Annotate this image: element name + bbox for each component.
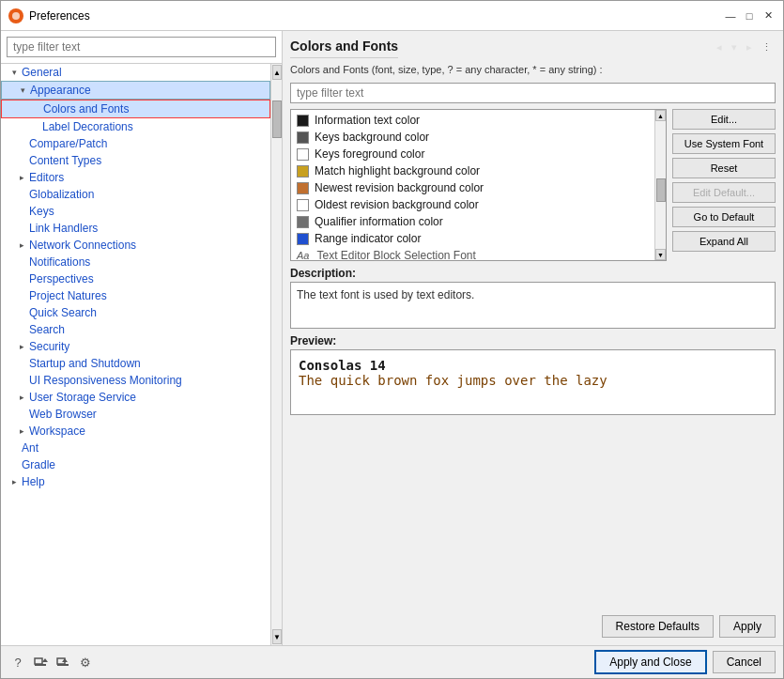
label-range-indicator: Range indicator color	[315, 232, 421, 245]
list-scroll-area: Information text color Keys background c…	[290, 109, 667, 261]
sidebar-item-general[interactable]: ▾ General	[1, 64, 270, 81]
color-item-keys-fg[interactable]: Keys foreground color	[293, 146, 653, 162]
sidebar-item-web-browser[interactable]: ▸ Web Browser	[1, 406, 270, 423]
preview-box: Consolas 14 The quick brown fox jumps ov…	[290, 349, 776, 415]
sidebar-label-ant: Ant	[22, 441, 38, 455]
sidebar-scrollbar[interactable]: ▲ ▼	[270, 64, 282, 645]
list-scrollbar[interactable]: ▲ ▼	[654, 110, 666, 260]
sidebar-item-notifications[interactable]: ▸ Notifications	[1, 254, 270, 270]
title-bar: Preferences — □ ✕	[1, 1, 783, 31]
description-text: The text font is used by text editors.	[297, 288, 474, 301]
swatch-keys-bg	[297, 131, 309, 144]
sidebar-item-perspectives[interactable]: ▸ Perspectives	[1, 270, 270, 287]
panel-title: Colors and Fonts	[290, 39, 398, 58]
cancel-button[interactable]: Cancel	[713, 651, 776, 673]
list-thumb[interactable]	[656, 178, 666, 202]
close-button[interactable]: ✕	[761, 8, 776, 23]
edit-button[interactable]: Edit...	[672, 109, 776, 130]
sidebar-item-gradle[interactable]: ▸ Gradle	[1, 456, 270, 473]
sidebar-label-link-handlers: Link Handlers	[29, 222, 98, 235]
sidebar-item-help[interactable]: ▸ Help	[1, 473, 270, 490]
preview-section: Preview: Consolas 14 The quick brown fox…	[290, 334, 776, 608]
apply-button[interactable]: Apply	[719, 615, 776, 638]
import-icon[interactable]	[31, 653, 50, 671]
scroll-up-arrow[interactable]: ▲	[272, 65, 282, 80]
right-panel: Colors and Fonts ◂ ▾ ▸ ⋮ Colors and Font…	[283, 31, 783, 645]
help-icon[interactable]: ?	[8, 653, 27, 671]
sidebar-item-ui-responsiveness[interactable]: ▸ UI Responsiveness Monitoring	[1, 372, 270, 389]
color-item-oldest-revision[interactable]: Oldest revision background color	[293, 196, 653, 213]
color-item-range-indicator[interactable]: Range indicator color	[293, 230, 653, 247]
sidebar-label-security: Security	[29, 340, 69, 353]
sidebar-item-editors[interactable]: ▸ Editors	[1, 169, 270, 186]
preview-label: Preview:	[290, 334, 776, 347]
swatch-keys-fg	[297, 148, 309, 161]
sidebar-item-network-connections[interactable]: ▸ Network Connections	[1, 237, 270, 254]
sidebar-item-quick-search[interactable]: ▸ Quick Search	[1, 304, 270, 321]
list-scroll-up[interactable]: ▲	[655, 110, 666, 121]
back-button[interactable]: ◂	[713, 39, 726, 55]
sidebar-item-label-decorations[interactable]: ▸ Label Decorations	[1, 118, 270, 135]
panel-filter-input[interactable]	[290, 83, 776, 103]
sidebar-item-user-storage[interactable]: ▸ User Storage Service	[1, 389, 270, 406]
use-system-font-button[interactable]: Use System Font	[672, 133, 776, 154]
sidebar-item-security[interactable]: ▸ Security	[1, 338, 270, 355]
reset-button[interactable]: Reset	[672, 158, 776, 178]
sidebar-label-workspace: Workspace	[29, 424, 85, 438]
preview-line2: The quick brown fox jumps over the lazy	[299, 373, 767, 388]
colors-list: Information text color Keys background c…	[291, 110, 654, 260]
sidebar-item-appearance[interactable]: ▾ Appearance	[1, 81, 270, 100]
maximize-button[interactable]: □	[742, 8, 757, 23]
swatch-range-indicator	[297, 233, 309, 245]
settings-icon[interactable]: ⚙	[76, 653, 95, 671]
bottom-buttons: Apply and Close Cancel	[594, 650, 776, 674]
sidebar-item-workspace[interactable]: ▸ Workspace	[1, 423, 270, 440]
sidebar-item-startup[interactable]: ▸ Startup and Shutdown	[1, 355, 270, 372]
sidebar-label-startup: Startup and Shutdown	[29, 357, 141, 370]
expand-all-button[interactable]: Expand All	[672, 231, 776, 252]
sidebar-item-content-types[interactable]: ▸ Content Types	[1, 152, 270, 169]
sidebar-label-gradle: Gradle	[22, 458, 55, 471]
go-to-default-button[interactable]: Go to Default	[672, 207, 776, 227]
main-content: ▾ General ▾ Appearance ▸ Colors and Font…	[1, 31, 783, 645]
apply-and-close-button[interactable]: Apply and Close	[594, 650, 706, 674]
restore-defaults-button[interactable]: Restore Defaults	[602, 615, 714, 638]
color-item-newest-revision[interactable]: Newest revision background color	[293, 179, 653, 196]
color-item-keys-bg[interactable]: Keys background color	[293, 129, 653, 146]
edit-default-button[interactable]: Edit Default...	[672, 182, 776, 203]
swatch-newest-revision	[297, 182, 309, 194]
scroll-down-arrow[interactable]: ▼	[272, 629, 282, 644]
forward-button[interactable]: ▸	[743, 39, 756, 55]
window-controls: — □ ✕	[723, 8, 776, 23]
restore-apply-row: Restore Defaults Apply	[290, 615, 776, 638]
sidebar-item-ant[interactable]: ▸ Ant	[1, 440, 270, 456]
scroll-thumb[interactable]	[272, 100, 282, 138]
sidebar-label-search: Search	[29, 323, 65, 336]
sidebar-item-globalization[interactable]: ▸ Globalization	[1, 186, 270, 203]
sidebar-label-help: Help	[22, 475, 45, 488]
expand-icon-appearance: ▾	[17, 85, 28, 96]
swatch-qualifier-info	[297, 216, 309, 228]
expand-icon-help: ▸	[8, 476, 20, 487]
sidebar-item-compare-patch[interactable]: ▸ Compare/Patch	[1, 135, 270, 152]
minimize-button[interactable]: —	[723, 8, 738, 23]
down-button[interactable]: ▾	[728, 39, 741, 55]
color-item-text-editor-block[interactable]: Aa Text Editor Block Selection Font	[293, 247, 653, 260]
tree: ▾ General ▾ Appearance ▸ Colors and Font…	[1, 64, 270, 645]
label-oldest-revision: Oldest revision background color	[315, 198, 479, 211]
sidebar-filter-input[interactable]	[7, 37, 276, 57]
color-item-match-highlight[interactable]: Match highlight background color	[293, 162, 653, 179]
sidebar-item-keys[interactable]: ▸ Keys	[1, 203, 270, 220]
sidebar-item-colors-and-fonts[interactable]: ▸ Colors and Fonts	[1, 100, 270, 118]
color-item-info-text[interactable]: Information text color	[293, 112, 653, 129]
color-item-qualifier-info[interactable]: Qualifier information color	[293, 213, 653, 230]
sidebar-item-search[interactable]: ▸ Search	[1, 321, 270, 338]
menu-button[interactable]: ⋮	[758, 39, 776, 55]
nav-buttons: ◂ ▾ ▸ ⋮	[713, 39, 776, 55]
list-scroll-down[interactable]: ▼	[655, 249, 666, 260]
sidebar-item-link-handlers[interactable]: ▸ Link Handlers	[1, 220, 270, 237]
sidebar-item-project-natures[interactable]: ▸ Project Natures	[1, 287, 270, 304]
export-icon[interactable]	[54, 653, 72, 671]
sidebar-label-quick-search: Quick Search	[29, 306, 97, 319]
sidebar-label-web-browser: Web Browser	[29, 408, 97, 421]
